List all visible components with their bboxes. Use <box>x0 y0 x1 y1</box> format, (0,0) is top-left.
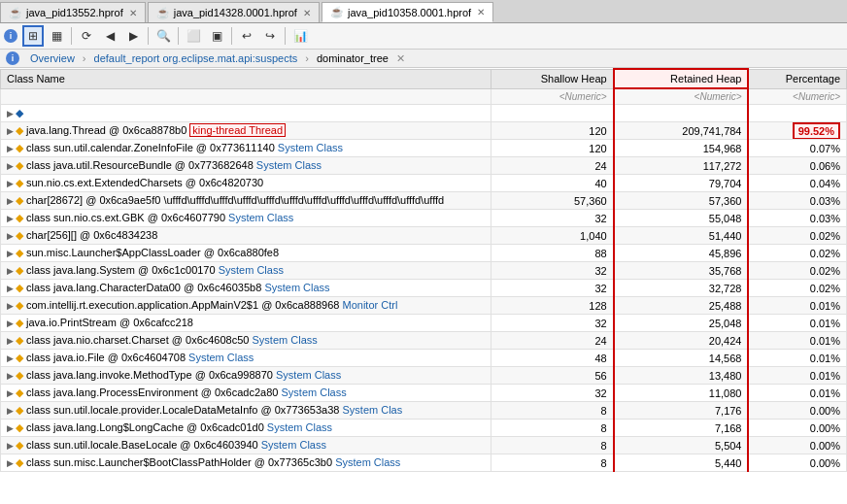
table-row[interactable]: ▶◆java.lang.Thread @ 0x6ca8878b0 king-th… <box>1 122 847 140</box>
table-row[interactable]: ▶◆class java.util.ResourceBundle @ 0x773… <box>1 157 847 175</box>
nav-overview[interactable]: Overview <box>26 51 79 65</box>
system-class-label: System Class <box>281 386 346 398</box>
toolbar-btn-fwd[interactable]: ▶ <box>122 25 144 47</box>
table-row[interactable]: ▶◆sun.nio.cs.ext.ExtendedCharsets @ 0x6c… <box>1 175 847 192</box>
tab-close-1[interactable]: ✕ <box>303 8 311 18</box>
row-icon: ◆ <box>16 299 23 311</box>
tab-close-2[interactable]: ✕ <box>477 7 485 17</box>
toolbar-btn-search[interactable]: 🔍 <box>152 25 174 47</box>
expand-icon[interactable]: ▶ <box>7 144 14 153</box>
tab-icon-2: ☕ <box>330 6 344 18</box>
col-header-shallow[interactable]: Shallow Heap <box>491 69 613 88</box>
table-row[interactable]: ▶◆class sun.misc.Launcher$BootClassPathH… <box>1 454 847 472</box>
expand-icon[interactable]: ▶ <box>7 371 14 381</box>
system-class-label: System Class <box>278 142 343 153</box>
table-row[interactable]: ▶◆ <box>1 105 847 122</box>
table-row[interactable]: ▶◆class sun.util.locale.provider.LocaleD… <box>1 402 847 420</box>
table-row[interactable]: ▶◆class sun.util.locale.BaseLocale @ 0x6… <box>1 437 847 454</box>
table-row[interactable]: ▶◆char[256][] @ 0x6c48342381,04051,4400.… <box>1 227 847 245</box>
cell-class-name: ▶◆class java.nio.charset.Charset @ 0x6c4… <box>1 332 491 350</box>
cell-percentage: 0.01% <box>748 385 846 402</box>
expand-icon[interactable]: ▶ <box>7 336 14 346</box>
expand-icon[interactable]: ▶ <box>7 231 14 241</box>
king-thread-highlight: king-thread Thread <box>189 123 286 137</box>
expand-icon[interactable]: ▶ <box>7 353 14 363</box>
table-row[interactable]: ▶◆class sun.util.calendar.ZoneInfoFile @… <box>1 140 847 157</box>
table-row[interactable]: ▶◆class java.lang.System @ 0x6c1c00170 S… <box>1 262 847 280</box>
expand-icon[interactable]: ▶ <box>7 388 14 398</box>
row-name: sun.nio.cs.ext.ExtendedCharsets @ 0x6c48… <box>26 177 263 188</box>
cell-retained: 57,360 <box>614 192 749 210</box>
expand-icon[interactable]: ▶ <box>7 406 14 416</box>
nav-sep-1: › <box>83 52 86 64</box>
dominator-table: Class Name Shallow Heap Retained Heap Pe… <box>0 68 847 472</box>
toolbar-btn-6[interactable]: ▣ <box>206 25 227 47</box>
expand-icon[interactable]: ▶ <box>7 301 14 311</box>
table-row[interactable]: ▶◆char[28672] @ 0x6ca9ae5f0 \ufffd\ufffd… <box>1 192 847 210</box>
system-class-label: System Class <box>264 282 329 293</box>
expand-icon[interactable]: ▶ <box>7 161 14 171</box>
expand-icon[interactable]: ▶ <box>7 266 14 276</box>
expand-icon[interactable]: ▶ <box>7 423 14 433</box>
toolbar-btn-undo[interactable]: ↩ <box>236 25 257 47</box>
row-name: class sun.util.locale.BaseLocale @ 0x6c4… <box>26 439 326 451</box>
cell-percentage: 0.03% <box>748 210 846 227</box>
table-row[interactable]: ▶◆class java.io.File @ 0x6c4604708 Syste… <box>1 350 847 367</box>
row-name: class java.util.ResourceBundle @ 0x77368… <box>26 159 322 171</box>
toolbar-btn-redo[interactable]: ↪ <box>259 25 281 47</box>
toolbar-btn-refresh[interactable]: ⟳ <box>76 25 97 47</box>
cell-retained: 117,272 <box>614 157 749 175</box>
toolbar-btn-table[interactable]: ⊞ <box>22 25 44 47</box>
cell-retained: 55,048 <box>614 210 749 227</box>
toolbar-btn-chart[interactable]: 📊 <box>289 25 311 47</box>
toolbar-btn-2[interactable]: ▦ <box>46 25 67 47</box>
toolbar-btn-back[interactable]: ◀ <box>99 25 120 47</box>
cell-percentage: 0.00% <box>748 402 846 420</box>
table-row[interactable]: ▶◆java.io.PrintStream @ 0x6cafcc2183225,… <box>1 315 847 332</box>
col-header-class-name[interactable]: Class Name <box>1 69 491 88</box>
tab-close-0[interactable]: ✕ <box>129 8 137 18</box>
subheader-name <box>1 88 491 105</box>
cell-class-name: ▶◆class sun.misc.Launcher$BootClassPathH… <box>1 454 491 472</box>
cell-percentage: 0.07% <box>748 140 846 157</box>
expand-icon[interactable]: ▶ <box>7 179 14 188</box>
expand-icon[interactable]: ▶ <box>7 319 14 328</box>
expand-icon[interactable]: ▶ <box>7 249 14 258</box>
cell-shallow: 8 <box>491 437 613 454</box>
row-name: class java.lang.invoke.MethodType @ 0x6c… <box>26 369 341 381</box>
table-row[interactable]: ▶◆class java.nio.charset.Charset @ 0x6c4… <box>1 332 847 350</box>
expand-icon[interactable]: ▶ <box>7 458 14 468</box>
tab-label-2: java_pid10358.0001.hprof <box>348 7 471 18</box>
expand-icon[interactable]: ▶ <box>7 196 14 206</box>
tab-2[interactable]: ☕ java_pid10358.0001.hprof ✕ <box>322 2 493 22</box>
table-container[interactable]: Class Name Shallow Heap Retained Heap Pe… <box>0 68 847 504</box>
table-row[interactable]: ▶◆class java.lang.Long$LongCache @ 0x6ca… <box>1 420 847 437</box>
row-icon: ◆ <box>16 159 23 171</box>
cell-percentage: 0.02% <box>748 280 846 297</box>
nav-report[interactable]: default_report org.eclipse.mat.api:suspe… <box>90 51 302 65</box>
col-header-retained[interactable]: Retained Heap <box>614 69 749 88</box>
expand-icon[interactable]: ▶ <box>7 441 14 451</box>
expand-icon[interactable]: ▶ <box>7 284 14 293</box>
table-row[interactable]: ▶◆class sun.nio.cs.ext.GBK @ 0x6c4607790… <box>1 210 847 227</box>
col-header-pct[interactable]: Percentage <box>748 69 846 88</box>
table-row[interactable]: ▶◆class java.lang.ProcessEnvironment @ 0… <box>1 385 847 402</box>
cell-shallow: 32 <box>491 385 613 402</box>
table-row[interactable]: ▶◆class java.lang.invoke.MethodType @ 0x… <box>1 367 847 385</box>
table-row[interactable]: ▶◆class java.lang.CharacterData00 @ 0x6c… <box>1 280 847 297</box>
expand-icon[interactable]: ▶ <box>7 126 14 136</box>
tab-0[interactable]: ☕ java_pid13552.hprof ✕ <box>0 2 146 22</box>
nav-dominator[interactable]: dominator_tree <box>313 51 392 65</box>
row-icon: ◆ <box>16 107 23 118</box>
table-row[interactable]: ▶◆com.intellij.rt.execution.application.… <box>1 297 847 315</box>
row-icon: ◆ <box>16 317 23 328</box>
expand-icon[interactable]: ▶ <box>7 214 14 223</box>
table-row[interactable]: ▶◆sun.misc.Launcher$AppClassLoader @ 0x6… <box>1 245 847 262</box>
cell-retained: 79,704 <box>614 175 749 192</box>
toolbar-btn-5[interactable]: ⬜ <box>183 25 204 47</box>
toolbar-sep-4 <box>231 27 232 45</box>
tab-1[interactable]: ☕ java_pid14328.0001.hprof ✕ <box>148 2 320 22</box>
row-icon: ◆ <box>16 177 23 188</box>
cell-shallow: 8 <box>491 420 613 437</box>
expand-icon[interactable]: ▶ <box>7 109 14 118</box>
